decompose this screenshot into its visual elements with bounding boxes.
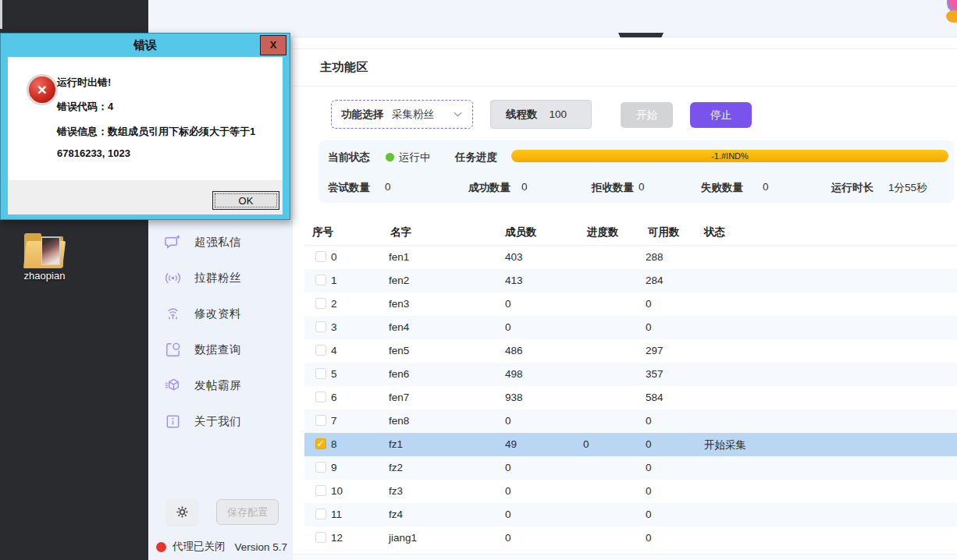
- sidebar-item-about-us[interactable]: 关于我们: [164, 410, 241, 432]
- cell-members: 403: [505, 251, 523, 263]
- broadcast-icon: [164, 269, 182, 287]
- cell-serial: 11: [331, 509, 342, 520]
- proxy-status-row: 代理已关闭 Version 5.7: [156, 540, 287, 554]
- header-available: 可用数: [648, 225, 680, 239]
- row-checkbox[interactable]: [315, 251, 326, 262]
- sidebar-item-edit-profile[interactable]: 修改资料: [164, 303, 241, 324]
- chevron-down-icon: [453, 111, 463, 118]
- desktop-edge-sliver: [0, 0, 2, 29]
- row-checkbox[interactable]: ✓: [315, 438, 326, 449]
- cell-available: 0: [646, 462, 652, 473]
- table-row[interactable]: 6 fen7 938 584: [304, 386, 957, 409]
- attempt-count-label: 尝试数量: [328, 181, 370, 195]
- table-row[interactable]: 4 fen5 486 297: [304, 339, 957, 363]
- current-state-value: 运行中: [399, 151, 431, 165]
- error-dialog-footer: OK: [8, 180, 283, 214]
- error-dialog: 错误 X × 运行时出错! 错误代码：4 错误信息：数组成员引用下标必须大于等于…: [0, 33, 290, 220]
- task-progress-label: 任务进度: [455, 151, 497, 165]
- folder-label: zhaopian: [17, 270, 72, 282]
- row-checkbox[interactable]: [315, 509, 326, 519]
- function-select-dropdown[interactable]: 功能选择 采集粉丝: [331, 100, 473, 129]
- table-row[interactable]: 12 jiang1 0 0: [304, 526, 957, 550]
- row-checkbox[interactable]: [315, 345, 326, 356]
- row-checkbox[interactable]: [315, 462, 326, 473]
- cell-members: 49: [505, 438, 517, 450]
- current-state-label: 当前状态: [328, 151, 370, 165]
- proxy-status-text: 代理已关闭: [173, 540, 226, 554]
- row-checkbox[interactable]: [315, 532, 326, 543]
- thread-count-field[interactable]: 线程数 100: [490, 100, 592, 129]
- cell-available: 297: [646, 345, 663, 356]
- ok-button[interactable]: OK: [212, 191, 279, 210]
- sidebar-item-post-spam[interactable]: 发帖霸屏: [164, 374, 241, 396]
- sidebar-item-group-fans[interactable]: 拉群粉丝: [164, 267, 241, 289]
- cell-members: 486: [505, 345, 523, 356]
- cell-serial: 1: [331, 275, 337, 286]
- cell-available: 288: [646, 251, 663, 263]
- success-count-label: 成功数量: [468, 181, 511, 195]
- cell-name: fen1: [389, 251, 409, 263]
- cell-members: 0: [505, 415, 511, 427]
- cell-available: 0: [646, 321, 652, 333]
- cell-name: fen2: [389, 275, 409, 286]
- cell-members: 0: [505, 462, 511, 473]
- cell-status: 开始采集: [704, 438, 746, 452]
- proxy-status-dot: [156, 542, 166, 552]
- header-progress: 进度数: [587, 225, 619, 239]
- row-checkbox[interactable]: [315, 415, 326, 426]
- row-checkbox[interactable]: [315, 392, 326, 402]
- cell-serial: 10: [331, 485, 343, 497]
- panel-top-divider: [293, 48, 957, 49]
- table-body: 0 fen1 403 288 1 fen2 413 284 2 fen3 0 0…: [304, 246, 957, 550]
- error-dialog-title: 错误: [1, 34, 290, 57]
- table-row[interactable]: 0 fen1 403 288: [304, 246, 957, 269]
- task-progress-bar: -1.#IND%: [511, 150, 948, 162]
- table-row[interactable]: 10 fz3 0 0: [304, 480, 957, 503]
- sidebar-item-label: 数据查询: [194, 342, 241, 357]
- close-icon[interactable]: X: [260, 35, 286, 55]
- chat-star-icon: [164, 233, 182, 251]
- start-button[interactable]: 开始: [621, 102, 673, 128]
- error-message-line4: 67816233, 1023: [57, 147, 130, 159]
- table-row[interactable]: 2 fen3 0 0: [304, 292, 957, 316]
- settings-gear-button[interactable]: [166, 499, 198, 525]
- stop-button[interactable]: 停止: [690, 102, 752, 128]
- save-config-button[interactable]: 保存配置: [216, 499, 279, 525]
- desktop-folder-zhaopian[interactable]: zhaopian: [17, 233, 72, 282]
- table-row[interactable]: 7 fen8 0 0: [304, 409, 957, 433]
- row-checkbox[interactable]: [315, 485, 326, 496]
- cell-name: fz4: [389, 509, 403, 520]
- cell-available: 284: [646, 275, 663, 286]
- task-progress-text: -1.#IND%: [711, 151, 749, 161]
- cell-serial: 7: [331, 415, 337, 427]
- cell-members: 0: [505, 532, 511, 544]
- table-row[interactable]: 11 fz4 0 0: [304, 503, 957, 526]
- info-icon: [164, 413, 182, 431]
- folder-icon: [23, 233, 66, 269]
- title-divider: [293, 86, 957, 87]
- table-row[interactable]: 3 fen4 0 0: [304, 316, 957, 339]
- table-row[interactable]: 1 fen2 413 284: [304, 269, 957, 292]
- table-row[interactable]: 5 fen6 498 357: [304, 363, 957, 386]
- cube-icon: [164, 377, 182, 395]
- cell-name: fen8: [389, 415, 409, 427]
- row-checkbox[interactable]: [315, 275, 326, 285]
- error-message-line1: 运行时出错!: [57, 76, 111, 90]
- cell-name: fz1: [389, 438, 403, 450]
- screen: zhaopian 超强私信 拉群粉丝 修改资料: [0, 0, 957, 560]
- table-row[interactable]: 9 fz2 0 0: [304, 456, 957, 480]
- sidebar-item-data-query[interactable]: 数据查询: [164, 338, 241, 360]
- header-serial: 序号: [312, 225, 333, 239]
- sidebar-item-private-message[interactable]: 超强私信: [164, 231, 241, 253]
- cell-serial: 6: [331, 392, 337, 403]
- row-checkbox[interactable]: [315, 298, 326, 309]
- status-panel: 当前状态 运行中 任务进度 -1.#IND% 尝试数量 0 成功数量 0 拒收数…: [318, 140, 954, 203]
- row-checkbox[interactable]: [315, 368, 326, 379]
- sidebar-item-label: 发帖霸屏: [194, 378, 241, 393]
- cell-name: fen5: [389, 345, 409, 356]
- reject-count-label: 拒收数量: [592, 181, 634, 195]
- table-row[interactable]: ✓ 8 fz1 49 0 0 开始采集: [304, 433, 957, 456]
- row-checkbox[interactable]: [315, 321, 326, 332]
- cell-available: 357: [646, 368, 663, 380]
- cell-serial: 9: [331, 462, 337, 473]
